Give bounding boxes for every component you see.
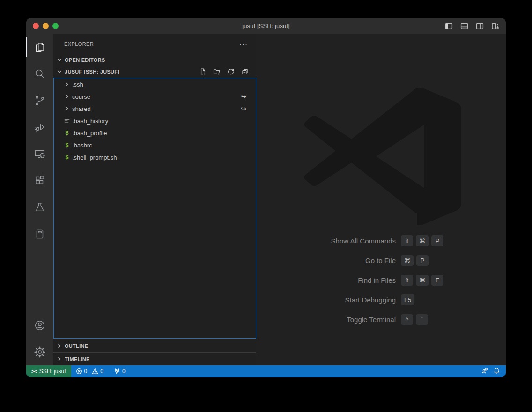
- tree-item-name: shared: [72, 105, 241, 112]
- tree-item-file[interactable]: .bash_history: [54, 115, 256, 127]
- activitybar-item-remote-explorer[interactable]: [26, 140, 53, 167]
- shortcut-keys: F5: [401, 294, 414, 305]
- collapse-folders-button[interactable]: [241, 67, 249, 76]
- minimize-window-button[interactable]: [43, 23, 49, 29]
- debug-icon: [34, 121, 46, 133]
- status-bar: >< SSH: jusuf 0 0: [26, 365, 506, 377]
- radio-tower-icon: [114, 368, 120, 375]
- activitybar-item-extensions[interactable]: [26, 167, 53, 194]
- activity-bar: [26, 34, 53, 365]
- tree-item-name: course: [72, 93, 241, 100]
- customize-layout-button[interactable]: [490, 21, 500, 31]
- warning-count: 0: [100, 368, 103, 375]
- tree-item-name: .bashrc: [72, 142, 246, 149]
- search-icon: [34, 68, 46, 80]
- keycap: ⇧: [401, 235, 413, 246]
- activitybar-item-notebook[interactable]: [26, 221, 53, 247]
- tree-item-file[interactable]: $ .shell_prompt.sh: [54, 151, 256, 163]
- tree-item-folder[interactable]: course ↪: [54, 90, 256, 103]
- title-bar: jusuf [SSH: jusuf]: [26, 18, 506, 34]
- account-icon: [34, 319, 46, 331]
- sidebar-header: EXPLORER ···: [53, 34, 256, 54]
- activitybar-item-run-debug[interactable]: [26, 114, 53, 140]
- shortcut-keys: ⇧ ⌘ P: [401, 235, 443, 246]
- close-window-button[interactable]: [33, 23, 39, 29]
- keycap: F5: [401, 294, 414, 305]
- tree-item-folder[interactable]: shared ↪: [54, 103, 256, 115]
- editor-area: Show All Commands ⇧ ⌘ P Go to File ⌘ P F: [256, 34, 506, 365]
- workspace-section-header[interactable]: JUSUF [SSH: JUSUF]: [53, 66, 256, 78]
- outline-section-header[interactable]: OUTLINE: [53, 339, 256, 352]
- open-editors-section-header[interactable]: OPEN EDITORS: [53, 54, 256, 66]
- keycap: `: [416, 314, 428, 325]
- timeline-section-header[interactable]: TIMELINE: [53, 352, 256, 365]
- symlink-icon: ↪: [241, 93, 246, 100]
- outline-label: OUTLINE: [65, 343, 251, 349]
- shell-file-icon: $: [63, 142, 71, 148]
- error-icon: [76, 368, 82, 375]
- keycap: ⌘: [401, 255, 414, 266]
- activitybar-item-manage[interactable]: [26, 338, 53, 365]
- tree-item-name: .bash_history: [72, 118, 246, 125]
- shell-file-icon: $: [63, 130, 71, 136]
- open-editors-label: OPEN EDITORS: [65, 57, 251, 63]
- shortcut-label: Start Debugging: [256, 296, 396, 304]
- remote-label: SSH: jusuf: [39, 368, 66, 375]
- notifications-button[interactable]: [493, 367, 500, 375]
- chevron-down-icon: [56, 56, 63, 64]
- more-actions-button[interactable]: ···: [237, 41, 250, 47]
- ports-button[interactable]: 0: [112, 368, 127, 375]
- shortcut-row: Show All Commands ⇧ ⌘ P: [256, 235, 506, 246]
- panel-bottom-icon: [460, 22, 468, 30]
- ports-count: 0: [122, 368, 126, 375]
- keycap: ⇧: [401, 275, 413, 286]
- toggle-primary-sidebar-button[interactable]: [443, 21, 454, 31]
- beaker-icon: [34, 201, 46, 213]
- activitybar-item-explorer[interactable]: [26, 34, 53, 60]
- shortcut-keys: ⌘ P: [401, 255, 429, 266]
- extensions-icon: [34, 175, 46, 187]
- toggle-panel-button[interactable]: [459, 21, 469, 31]
- activitybar-item-accounts[interactable]: [26, 312, 53, 338]
- activitybar-item-source-control[interactable]: [26, 87, 53, 114]
- shortcut-keys: ^ `: [401, 314, 428, 325]
- vscode-window: jusuf [SSH: jusuf]: [26, 18, 506, 377]
- keycap: P: [416, 255, 429, 266]
- explorer-sidebar: EXPLORER ··· OPEN EDITORS JUSUF [SSH: JU…: [53, 34, 256, 365]
- feedback-button[interactable]: [481, 367, 488, 375]
- toggle-secondary-sidebar-button[interactable]: [474, 21, 485, 31]
- error-count: 0: [84, 368, 88, 375]
- new-folder-button[interactable]: [213, 67, 221, 76]
- warning-icon: [92, 368, 98, 375]
- keycap: P: [431, 235, 443, 246]
- file-tree[interactable]: .ssh course ↪ shared ↪: [53, 78, 256, 339]
- new-file-icon: [199, 68, 207, 75]
- remote-icon: ><: [31, 368, 37, 374]
- tree-item-file[interactable]: $ .bash_profile: [54, 127, 256, 139]
- activitybar-item-search[interactable]: [26, 60, 53, 87]
- vscode-logo-watermark: [303, 87, 464, 226]
- tree-item-name: .ssh: [72, 81, 246, 88]
- tree-item-name: .bash_profile: [72, 130, 246, 137]
- chevron-right-icon: [56, 355, 63, 363]
- files-icon: [34, 41, 46, 53]
- sidebar-left-icon: [445, 22, 453, 30]
- tree-item-folder[interactable]: .ssh: [54, 78, 256, 90]
- refresh-icon: [227, 68, 235, 75]
- activitybar-spacer: [26, 247, 53, 312]
- new-file-button[interactable]: [199, 67, 207, 76]
- source-control-icon: [34, 95, 46, 107]
- keycap: ⌘: [416, 235, 429, 246]
- refresh-explorer-button[interactable]: [227, 67, 235, 76]
- keycap: ⌘: [416, 275, 429, 286]
- chevron-right-icon: [56, 342, 63, 350]
- activitybar-item-testing[interactable]: [26, 194, 53, 221]
- tree-item-file[interactable]: $ .bashrc: [54, 139, 256, 151]
- workspace-actions: [199, 67, 251, 76]
- remote-indicator-button[interactable]: >< SSH: jusuf: [26, 365, 71, 377]
- shortcut-keys: ⇧ ⌘ F: [401, 275, 443, 286]
- watermark-shortcuts: Show All Commands ⇧ ⌘ P Go to File ⌘ P F: [256, 235, 506, 333]
- zoom-window-button[interactable]: [52, 23, 59, 29]
- problems-button[interactable]: 0 0: [74, 368, 105, 375]
- chevron-right-icon: [63, 93, 71, 100]
